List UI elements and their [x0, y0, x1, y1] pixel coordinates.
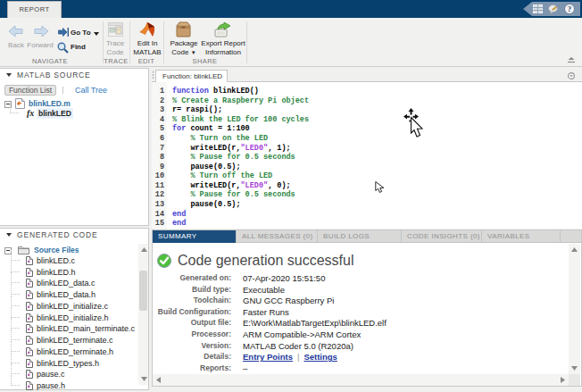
- svg-text:?: ?: [568, 4, 572, 13]
